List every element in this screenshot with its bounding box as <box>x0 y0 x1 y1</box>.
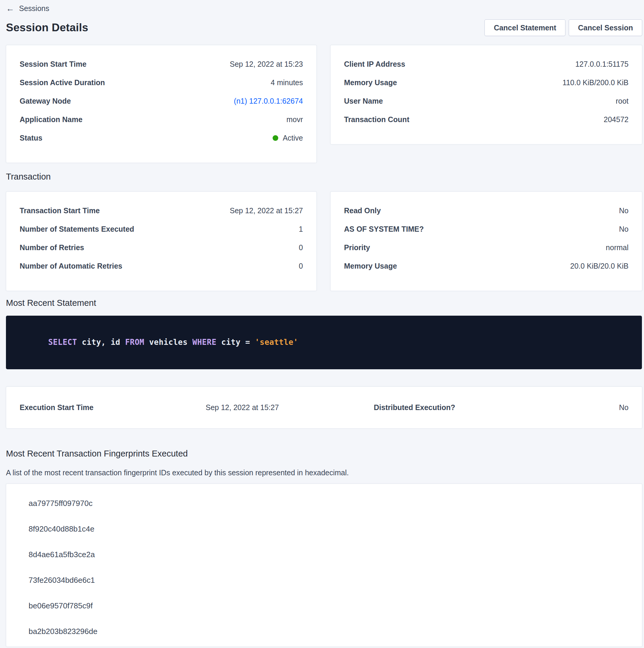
title-row: Session Details Cancel Statement Cancel … <box>6 19 642 36</box>
statements-executed-row: Number of Statements Executed 1 <box>20 220 303 238</box>
transaction-start-time-label: Transaction Start Time <box>20 206 100 215</box>
memory-usage-label: Memory Usage <box>344 78 397 87</box>
session-active-duration-value: 4 minutes <box>271 78 303 87</box>
action-buttons: Cancel Statement Cancel Session <box>484 19 642 36</box>
session-start-time-value: Sep 12, 2022 at 15:23 <box>230 60 303 68</box>
fingerprints-card: aa79775ff097970c 8f920c40d88b1c4e 8d4ae6… <box>6 484 642 647</box>
transaction-section: Transaction Start Time Sep 12, 2022 at 1… <box>6 192 642 291</box>
execution-card: Execution Start Time Sep 12, 2022 at 15:… <box>6 386 642 429</box>
transaction-section-title: Transaction <box>6 172 642 182</box>
session-info-section: Session Start Time Sep 12, 2022 at 15:23… <box>6 45 642 163</box>
user-name-row: User Name root <box>344 92 629 110</box>
client-ip-label: Client IP Address <box>344 60 405 68</box>
breadcrumb-label: Sessions <box>19 4 49 13</box>
automatic-retries-label: Number of Automatic Retries <box>20 262 122 270</box>
statements-executed-label: Number of Statements Executed <box>20 225 134 233</box>
read-only-label: Read Only <box>344 206 381 215</box>
sql-keyword-where: WHERE <box>192 338 217 346</box>
memory-usage-value: 110.0 KiB/200.0 KiB <box>563 78 629 87</box>
as-of-system-time-label: AS OF SYSTEM TIME? <box>344 225 424 233</box>
application-name-value: movr <box>286 115 303 124</box>
fingerprint-item: aa79775ff097970c <box>20 490 629 516</box>
back-arrow-icon: ← <box>6 4 14 13</box>
session-info-card-left: Session Start Time Sep 12, 2022 at 15:23… <box>6 45 317 163</box>
cancel-statement-button[interactable]: Cancel Statement <box>484 19 566 36</box>
sql-keyword-select: SELECT <box>48 338 77 346</box>
transaction-card-right: Read Only No AS OF SYSTEM TIME? No Prior… <box>330 192 642 291</box>
user-name-label: User Name <box>344 97 383 105</box>
fingerprint-item: 8d4ae61a5fb3ce2a <box>20 542 629 567</box>
retries-value: 0 <box>299 243 303 252</box>
session-details-page: ← Sessions Session Details Cancel Statem… <box>0 0 644 647</box>
fingerprint-item: 73fe26034bd6e6c1 <box>20 567 629 593</box>
status-value: Active <box>283 134 303 142</box>
automatic-retries-value: 0 <box>299 262 303 270</box>
gateway-node-row: Gateway Node (n1) 127.0.0.1:62674 <box>20 92 303 110</box>
page-title: Session Details <box>6 21 89 34</box>
priority-value: normal <box>606 243 629 252</box>
priority-label: Priority <box>344 243 370 252</box>
txn-memory-usage-value: 20.0 KiB/20.0 KiB <box>570 262 629 270</box>
retries-row: Number of Retries 0 <box>20 238 303 257</box>
as-of-system-time-row: AS OF SYSTEM TIME? No <box>344 220 629 238</box>
status-active-dot-icon <box>273 135 278 141</box>
distributed-execution-label: Distributed Execution? <box>374 403 455 412</box>
fingerprint-item: 8f920c40d88b1c4e <box>20 516 629 542</box>
status-badge: Active <box>273 134 303 142</box>
fingerprint-item: ba2b203b823296de <box>20 618 629 644</box>
sql-table: vehicles <box>144 338 192 346</box>
status-label: Status <box>20 134 42 142</box>
application-name-label: Application Name <box>20 115 82 124</box>
sql-string-literal: 'seattle' <box>255 338 298 346</box>
client-ip-value: 127.0.0.1:51175 <box>575 60 629 68</box>
fingerprints-description: A list of the most recent transaction fi… <box>6 469 642 477</box>
txn-memory-usage-label: Memory Usage <box>344 262 397 270</box>
transaction-start-time-row: Transaction Start Time Sep 12, 2022 at 1… <box>20 201 303 220</box>
client-ip-row: Client IP Address 127.0.0.1:51175 <box>344 55 629 73</box>
transaction-count-value: 204572 <box>604 115 629 124</box>
transaction-card-left: Transaction Start Time Sep 12, 2022 at 1… <box>6 192 317 291</box>
transaction-start-time-value: Sep 12, 2022 at 15:27 <box>230 206 303 215</box>
as-of-system-time-value: No <box>619 225 629 233</box>
session-active-duration-label: Session Active Duration <box>20 78 105 87</box>
sql-keyword-from: FROM <box>125 338 144 346</box>
application-name-row: Application Name movr <box>20 110 303 129</box>
sql-statement-box: SELECT city, id FROM vehicles WHERE city… <box>6 316 642 369</box>
gateway-node-link[interactable]: (n1) 127.0.0.1:62674 <box>234 97 303 105</box>
statements-executed-value: 1 <box>299 225 303 233</box>
back-to-sessions-link[interactable]: ← Sessions <box>6 4 49 13</box>
gateway-node-label: Gateway Node <box>20 97 71 105</box>
cancel-session-button[interactable]: Cancel Session <box>569 19 642 36</box>
session-start-time-label: Session Start Time <box>20 60 86 68</box>
sql-columns: city, id <box>77 338 125 346</box>
fingerprints-section-title: Most Recent Transaction Fingerprints Exe… <box>6 449 642 458</box>
user-name-value: root <box>616 97 629 105</box>
transaction-count-row: Transaction Count 204572 <box>344 110 629 129</box>
memory-usage-row: Memory Usage 110.0 KiB/200.0 KiB <box>344 73 629 92</box>
status-row: Status Active <box>20 129 303 147</box>
sql-condition: city = <box>216 338 255 346</box>
sql-statement-text: SELECT city, id FROM vehicles WHERE city… <box>19 329 629 356</box>
distributed-execution-value: No <box>455 403 629 412</box>
fingerprint-item: be06e9570f785c9f <box>20 593 629 618</box>
txn-memory-usage-row: Memory Usage 20.0 KiB/20.0 KiB <box>344 257 629 275</box>
session-start-time-row: Session Start Time Sep 12, 2022 at 15:23 <box>20 55 303 73</box>
transaction-count-label: Transaction Count <box>344 115 409 124</box>
retries-label: Number of Retries <box>20 243 84 252</box>
priority-row: Priority normal <box>344 238 629 257</box>
session-active-duration-row: Session Active Duration 4 minutes <box>20 73 303 92</box>
execution-start-time-value: Sep 12, 2022 at 15:27 <box>206 403 374 412</box>
session-info-card-right: Client IP Address 127.0.0.1:51175 Memory… <box>330 45 642 145</box>
execution-start-time-label: Execution Start Time <box>20 403 206 412</box>
automatic-retries-row: Number of Automatic Retries 0 <box>20 257 303 275</box>
read-only-value: No <box>619 206 629 215</box>
read-only-row: Read Only No <box>344 201 629 220</box>
statement-section-title: Most Recent Statement <box>6 298 642 308</box>
